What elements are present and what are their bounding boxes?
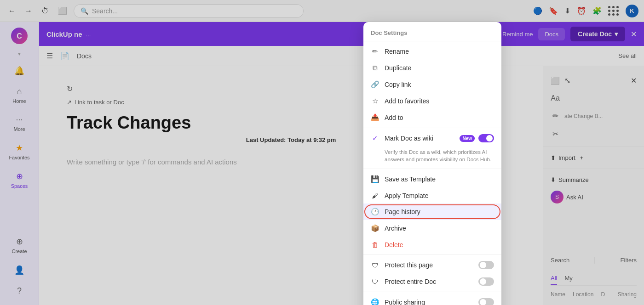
dropdown-duplicate[interactable]: ⧉ Duplicate [363, 60, 501, 76]
dropdown-add-to[interactable]: 📥 Add to [363, 109, 501, 126]
doc-settings-dropdown: Doc Settings ✏ Rename ⧉ Duplicate 🔗 Copy… [363, 22, 501, 305]
page-history-label: Page history [385, 208, 420, 215]
rename-icon: ✏ [371, 47, 379, 56]
dropdown-overlay[interactable] [0, 0, 644, 305]
wiki-controls: New [460, 134, 494, 142]
duplicate-label: Duplicate [385, 64, 411, 72]
dropdown-divider-3 [363, 254, 501, 255]
dropdown-page-history[interactable]: 🕐 Page history [363, 203, 501, 220]
dropdown-add-favorites[interactable]: ☆ Add to favorites [363, 93, 501, 109]
protect-page-label: 🛡 Protect this page [371, 261, 433, 269]
favorites-label: Add to favorites [385, 97, 429, 105]
dropdown-archive[interactable]: 📦 Archive [363, 220, 501, 237]
save-template-icon: 💾 [371, 175, 379, 183]
dropdown-rename[interactable]: ✏ Rename [363, 43, 501, 60]
wiki-icon: ✓ [371, 134, 379, 142]
dropdown-save-template[interactable]: 💾 Save as Template [363, 171, 501, 187]
dropdown-copy-link[interactable]: 🔗 Copy link [363, 76, 501, 93]
add-to-label: Add to [385, 114, 403, 121]
wiki-description: Verify this Doc as a wiki, which priorit… [363, 147, 501, 167]
dropdown-apply-template[interactable]: 🖌 Apply Template [363, 187, 501, 203]
protect-doc-label: 🛡 Protect entire Doc [371, 278, 436, 286]
save-template-label: Save as Template [385, 175, 436, 183]
dropdown-divider-4 [363, 292, 501, 292]
dropdown-mark-wiki[interactable]: ✓ Mark Doc as wiki New [363, 130, 501, 147]
rename-label: Rename [385, 48, 409, 55]
page-history-icon: 🕐 [371, 208, 379, 216]
protect-doc-icon: 🛡 [371, 278, 379, 286]
dropdown-protect-page[interactable]: 🛡 Protect this page [363, 257, 501, 273]
apply-template-icon: 🖌 [371, 192, 379, 199]
public-sharing-icon: 🌐 [371, 298, 379, 305]
apply-template-label: Apply Template [385, 192, 428, 199]
wiki-label: Mark Doc as wiki [385, 135, 433, 142]
copy-link-icon: 🔗 [371, 80, 379, 89]
public-sharing-label: 🌐 Public sharing [371, 298, 425, 305]
wiki-toggle[interactable] [478, 134, 494, 142]
protect-page-icon: 🛡 [371, 261, 379, 269]
dropdown-delete[interactable]: 🗑 Delete [363, 237, 501, 253]
dropdown-header: Doc Settings [363, 26, 501, 41]
delete-icon: 🗑 [371, 241, 379, 249]
delete-label: Delete [385, 241, 403, 249]
public-sharing-toggle[interactable] [478, 298, 494, 305]
favorites-icon: ☆ [371, 97, 379, 105]
protect-page-toggle[interactable] [478, 261, 494, 269]
dropdown-public-sharing[interactable]: 🌐 Public sharing [363, 294, 501, 305]
copy-link-label: Copy link [385, 81, 411, 88]
wiki-badge: New [460, 135, 475, 142]
archive-label: Archive [385, 225, 406, 232]
dropdown-divider-2 [363, 169, 501, 169]
dropdown-protect-doc[interactable]: 🛡 Protect entire Doc [363, 273, 501, 290]
archive-icon: 📦 [371, 224, 379, 232]
duplicate-icon: ⧉ [371, 64, 379, 72]
add-to-icon: 📥 [371, 113, 379, 122]
dropdown-divider-1 [363, 128, 501, 128]
protect-doc-toggle[interactable] [478, 277, 494, 286]
